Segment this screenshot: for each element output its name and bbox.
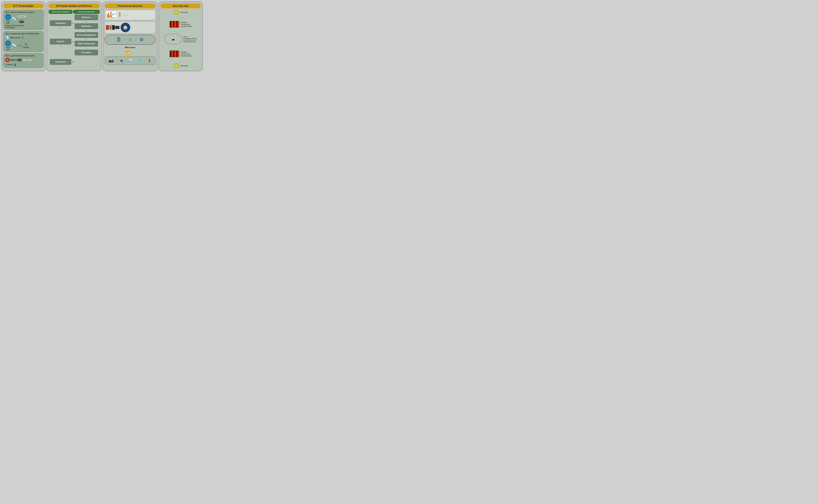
socket-icon: 🔌 — [119, 58, 123, 63]
fiber-optic-label-2: Fiberoptic — [6, 47, 10, 50]
phones-group: A 🍎 — [106, 25, 119, 30]
devices-box: A 🍎 🏠 ↓ — [105, 21, 156, 34]
zigbee-label: ZigBee — [10, 59, 16, 61]
five-layer-business: Business — [75, 15, 98, 20]
cloud-row: ☁ CloudEncryptopn, privacy,accesscontrol… — [164, 34, 197, 44]
tablet — [115, 26, 119, 29]
router-row: 📶 ↔ — [105, 50, 156, 55]
analytics-box: 🧍 📋 ↓ — [105, 10, 156, 20]
bar1 — [107, 14, 108, 18]
end-node-bottom-row: End node — [174, 63, 188, 68]
ict-panel: ICT Technologies Tech. used to link thes… — [2, 2, 46, 71]
ict-box1-title: Tech. used to link these two layers — [5, 11, 42, 13]
three-layer-header: Three-layer architecture — [49, 10, 73, 14]
security-panel: Security view End node ↓ FirewallPrivacy… — [159, 2, 203, 71]
five-layer-col: Business ↕ Application ↕ Service Managem… — [73, 15, 99, 65]
apple-phone: 🍎 — [109, 25, 112, 30]
red-arrow-net: ◄ — [72, 40, 74, 43]
sec-arrow-3: ↓ — [180, 46, 181, 49]
tower-icon-2: 📡 — [12, 43, 17, 48]
end-node-bottom-circle — [174, 63, 179, 68]
physical-title: Physical perspective — [105, 3, 156, 8]
crystal-icon: 💎 — [5, 36, 9, 40]
ethernet-badge-3: ETHERNET — [23, 59, 31, 61]
five-layer-header: Five-layer architecture — [73, 10, 99, 14]
cloud-icon-inner: ☁ — [171, 37, 175, 41]
sensor-icon: 📡 — [128, 58, 133, 63]
five-layer-service-mgmt: Service Management — [75, 32, 98, 38]
sec-arrow-2: ↓ — [180, 29, 181, 32]
end-node-top-row: End node — [174, 10, 188, 15]
ict-box2-icons: 💎 Web server 🛰 — [5, 36, 42, 40]
presenter-icon: 🧍 — [117, 12, 122, 17]
sec-arrow-1: ↓ — [180, 16, 181, 19]
five-layer-perception: Perception — [75, 50, 98, 55]
end-node-top-label: End node — [180, 11, 188, 13]
bar2 — [108, 12, 109, 18]
iot-devices-row: 📷 🔌 📡 💧 🌡 — [105, 56, 156, 65]
whiteboard-icon: 📋 — [123, 14, 125, 16]
ict-box2-icons2: 🌐 Fiberoptic 📡 )))•((( 🛰 Satellite — [5, 40, 42, 50]
end-node-bottom-label: End node — [180, 65, 188, 67]
green-arrow-2: ↓ — [131, 26, 133, 29]
arrow-sm-oa: ↕ — [86, 38, 87, 41]
printer-icon: 🖨 — [14, 63, 17, 66]
red-arrow-app: ◄ — [72, 22, 74, 24]
ict-box-1: Tech. used to link these two layers 🌐 Fi… — [3, 10, 44, 30]
cloud-shape: ☁ — [164, 34, 182, 44]
green-arrow-1: ↓ — [126, 13, 128, 17]
firewall-2-label: FirewallPrivacy andsecurity check — [181, 51, 192, 57]
wifi-badge-1: Wi-Fi — [19, 21, 24, 23]
green-arrow-cloud: ↔ — [123, 38, 126, 41]
router-icon: 📶 — [126, 50, 130, 55]
arch-headers: Three-layer architecture Five-layer arch… — [49, 10, 100, 14]
green-arrow-3: ↔ — [132, 51, 135, 55]
ict-box3-icons: Z ZigBee Wi-Fi ETHERNET — [5, 58, 42, 62]
ethernet-badge-1: ETHERNET — [17, 15, 26, 18]
arrow-oa-per: ↕ — [86, 46, 87, 50]
arrow-bus-app: ↕ — [86, 20, 87, 23]
ict-box2-title: Tech. & protocols used in Network layer — [5, 33, 42, 35]
firewall-1-row: FirewallPrivacy andsecurity check — [170, 21, 192, 28]
security-title: Security view — [160, 3, 201, 8]
fiber-optic-label-1: Fiberoptic — [6, 20, 10, 24]
ict-box3-title: Tech. used to link these two layers — [5, 55, 42, 57]
line-chart — [112, 12, 115, 18]
firewall-2-row: FirewallPrivacy andsecurity check — [170, 50, 192, 57]
sat-icon-1: 🛰 — [21, 36, 24, 39]
three-layer-perception: Perception ◄ — [50, 59, 71, 65]
ict-box-3: Tech. used to link these two layers Z Zi… — [3, 53, 44, 68]
ict-title: ICT Technologies — [3, 3, 44, 8]
bar3 — [109, 15, 110, 18]
arrow-net-per: ↕ — [60, 44, 61, 48]
three-layer-application: Application ◄ — [50, 20, 71, 26]
zwave-icon: ~Z-WAVE — [5, 64, 13, 66]
line-chart-svg — [112, 12, 115, 18]
fiber-optic-icon-1: 🌐 — [5, 14, 11, 20]
zigbee-icon: Z — [5, 58, 10, 62]
tower-icon-1: 📡 — [12, 17, 17, 21]
sec-arrow-4: ↓ — [180, 59, 181, 62]
ict-box-2: Tech. & protocols used in Network layer … — [3, 31, 44, 52]
ict-box1-icons: 🌐 Fiberoptic 📡 ETHERNET ((•)) Wi-Fi — [5, 14, 42, 24]
satellite-label: Satellite — [23, 46, 29, 48]
sat-icon-2: 🛰 — [25, 43, 28, 46]
green-arrow-cloud2: ↔ — [134, 38, 137, 41]
fiber-optic-icon-2: 🌐 — [5, 40, 11, 46]
webserver-label-1: Web server — [10, 37, 21, 39]
smart-home-icon: 🏠 — [121, 23, 130, 32]
cloud-label: CloudEncryptopn, privacy,accesscontrol, … — [183, 36, 197, 43]
iot-panel: IoT-based system architecture Three-laye… — [47, 2, 102, 71]
chart-box — [106, 11, 116, 19]
hub-icon: ⚙ — [139, 37, 144, 42]
security-content: End node ↓ FirewallPrivacy andsecurity c… — [160, 10, 201, 68]
physical-content: 🧍 📋 ↓ A 🍎 🏠 ↓ 🗄 ↔ 🖥 ↔ — [105, 10, 156, 65]
main-container: ICT Technologies Tech. used to link thes… — [2, 2, 203, 71]
firewall-1-icon — [170, 21, 179, 28]
cloud-box: 🗄 ↔ 🖥 ↔ ⚙ Web server — [105, 35, 156, 45]
wifi-waves-1: ((•)) — [20, 18, 23, 20]
black-phone — [112, 25, 115, 30]
android-phone: A — [106, 25, 109, 30]
ict-box3-icons2: ~Z-WAVE 🖨 — [5, 63, 42, 66]
iot-title: IoT-based system architecture — [49, 3, 100, 8]
